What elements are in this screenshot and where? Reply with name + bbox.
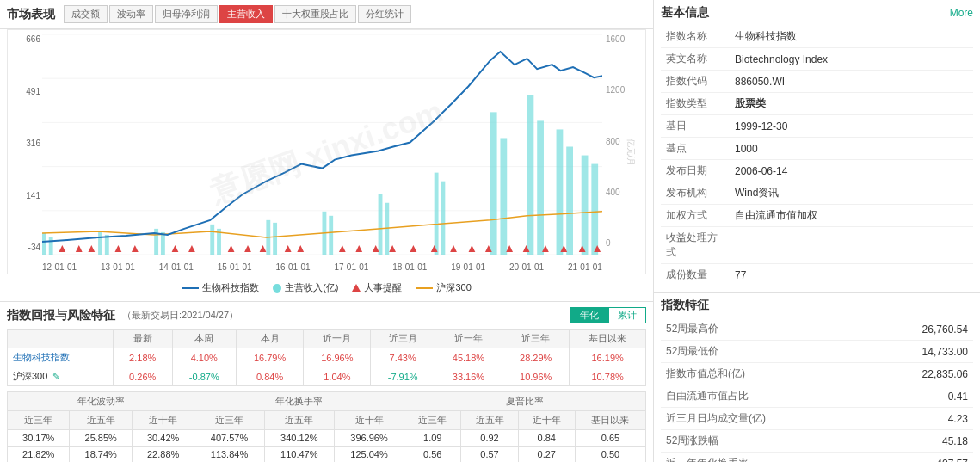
vh-10y-sharpe: 近十年 xyxy=(518,411,575,430)
legend-hs300-label: 沪深300 xyxy=(436,281,471,294)
svg-marker-33 xyxy=(115,245,122,252)
vh-3y-vol: 近三年 xyxy=(8,411,70,430)
edit-icon[interactable]: ✎ xyxy=(52,372,59,381)
info-row-publisher: 发布机构 Wind资讯 xyxy=(661,182,973,205)
legend-event-label: 大事提醒 xyxy=(364,281,402,294)
vh-10y-turn: 近十年 xyxy=(334,411,404,430)
vth-turnover: 年化换手率 xyxy=(194,392,404,411)
volatility-section: 年化波动率 年化换手率 夏普比率 近三年 近五年 近十年 近三年 近五年 近十年… xyxy=(7,391,646,462)
val-weight: 自由流通市值加权 xyxy=(730,205,973,227)
label-en-name: 英文名称 xyxy=(661,48,730,71)
char-val-52chg: 45.18 xyxy=(867,430,973,453)
svg-marker-38 xyxy=(244,245,251,252)
y-right-1200: 1200 xyxy=(606,85,644,95)
cell-bio-month: 16.79% xyxy=(236,348,303,367)
cell-bio-latest: 2.18% xyxy=(113,348,172,367)
val-type: 股票类 xyxy=(730,93,973,115)
vh-5y-vol: 近五年 xyxy=(70,411,132,430)
vr1-c4: 407.57% xyxy=(194,430,264,447)
y-right-400: 400 xyxy=(606,188,644,197)
cell-bio-since: 16.19% xyxy=(570,348,646,367)
tab-bar: 成交额 波动率 归母净利润 主营收入 十大权重股占比 分红统计 xyxy=(64,5,411,23)
cell-bio-3y: 28.29% xyxy=(502,348,570,367)
label-count: 成份数量 xyxy=(661,264,730,286)
chart-canvas xyxy=(42,34,602,255)
vr2-c1: 21.82% xyxy=(8,447,70,463)
svg-marker-48 xyxy=(450,245,457,252)
vol-table: 年化波动率 年化换手率 夏普比率 近三年 近五年 近十年 近三年 近五年 近十年… xyxy=(7,391,646,462)
char-table: 52周最高价 26,760.54 52周最低价 14,733.00 指数市值总和… xyxy=(661,318,973,462)
char-row-52h: 52周最高价 26,760.54 xyxy=(661,318,973,341)
vr2-c9: 0.27 xyxy=(518,447,575,463)
svg-marker-45 xyxy=(389,245,396,252)
th-3y: 近三年 xyxy=(502,330,570,348)
basic-info-table: 指数名称 生物科技指数 英文名称 Biotechnology Index 指数代… xyxy=(661,26,973,286)
char-label-float: 自由流通市值占比 xyxy=(661,385,867,408)
vh-3y-turn: 近三年 xyxy=(194,411,264,430)
label-basepoint: 基点 xyxy=(661,138,730,160)
vh-10y-vol: 近十年 xyxy=(132,411,194,430)
svg-rect-24 xyxy=(527,95,534,255)
basic-info-title: 基本信息 xyxy=(661,5,709,21)
vr2-c3: 22.88% xyxy=(132,447,194,463)
th-month: 本月 xyxy=(236,330,303,348)
vr1-c7: 1.09 xyxy=(404,430,461,447)
vr2-c7: 0.56 xyxy=(404,447,461,463)
info-row-pubdate: 发布日期 2006-06-14 xyxy=(661,160,973,182)
th-since: 基日以来 xyxy=(570,330,646,348)
return-row-hs300: 沪深300 ✎ 0.26% -0.87% 0.84% 1.04% -7.91% … xyxy=(8,367,646,386)
vol-row-2: 21.82% 18.74% 22.88% 113.84% 110.47% 125… xyxy=(8,447,646,463)
label-index-name: 指数名称 xyxy=(661,26,730,48)
char-row-turnover3y: 近三年年化换手率 407.57 xyxy=(661,453,973,463)
toggle-annualized[interactable]: 年化 xyxy=(570,307,608,323)
th-3m: 近三月 xyxy=(371,330,435,348)
label-basedate: 基日 xyxy=(661,115,730,138)
legend-hs300: 沪深300 xyxy=(416,281,471,294)
svg-rect-25 xyxy=(537,120,544,255)
val-basedate: 1999-12-30 xyxy=(730,115,973,138)
svg-marker-30 xyxy=(59,245,65,252)
cell-bio-3m: 7.43% xyxy=(371,348,435,367)
val-en-name: Biotechnology Index xyxy=(730,48,973,71)
tab-bodonglu[interactable]: 波动率 xyxy=(109,5,153,23)
th-empty xyxy=(8,330,114,348)
vr1-c2: 25.85% xyxy=(70,430,132,447)
tab-fenhong[interactable]: 分红统计 xyxy=(358,5,411,23)
label-code: 指数代码 xyxy=(661,71,730,93)
svg-marker-41 xyxy=(297,245,304,252)
tab-zhuyingshouru[interactable]: 主营收入 xyxy=(219,5,273,23)
svg-rect-15 xyxy=(273,223,277,255)
legend-bio: 生物科技指数 xyxy=(182,281,259,294)
more-link[interactable]: More xyxy=(950,7,973,19)
cell-bio-1m: 16.96% xyxy=(304,348,371,367)
th-1y: 近一年 xyxy=(435,330,502,348)
toggle-cumulative[interactable]: 累计 xyxy=(608,307,646,323)
info-row-weight: 加权方式 自由流通市值加权 xyxy=(661,205,973,227)
tab-guimu[interactable]: 归母净利润 xyxy=(155,5,218,23)
char-row-vol3m: 近三月日均成交量(亿) 4.23 xyxy=(661,408,973,430)
svg-marker-37 xyxy=(228,245,235,252)
char-val-vol3m: 4.23 xyxy=(867,408,973,430)
vh-3y-sharpe: 近三年 xyxy=(404,411,461,430)
char-row-52chg: 52周涨跌幅 45.18 xyxy=(661,430,973,453)
info-row-basepoint: 基点 1000 xyxy=(661,138,973,160)
tab-chengjiaoe[interactable]: 成交额 xyxy=(64,5,108,23)
svg-marker-42 xyxy=(339,245,346,252)
chart-legend: 生物科技指数 主营收入(亿) 大事提醒 沪深300 xyxy=(7,278,646,298)
svg-rect-22 xyxy=(490,112,497,255)
cell-hs-month: 0.84% xyxy=(236,367,303,386)
svg-rect-12 xyxy=(210,225,214,255)
vh-5y-turn: 近五年 xyxy=(264,411,334,430)
vr1-c9: 0.84 xyxy=(518,430,575,447)
tab-shidaquan[interactable]: 十大权重股占比 xyxy=(274,5,356,23)
vr1-c5: 340.12% xyxy=(264,430,334,447)
th-1m: 近一月 xyxy=(304,330,371,348)
svg-rect-11 xyxy=(161,232,165,255)
cell-hs-week: -0.87% xyxy=(172,367,236,386)
svg-rect-23 xyxy=(500,138,507,255)
cell-hs-1m: 1.04% xyxy=(304,367,371,386)
row-label-hs300: 沪深300 ✎ xyxy=(8,367,114,386)
val-code: 886050.WI xyxy=(730,71,973,93)
char-val-float: 0.41 xyxy=(867,385,973,408)
svg-marker-32 xyxy=(88,245,95,252)
